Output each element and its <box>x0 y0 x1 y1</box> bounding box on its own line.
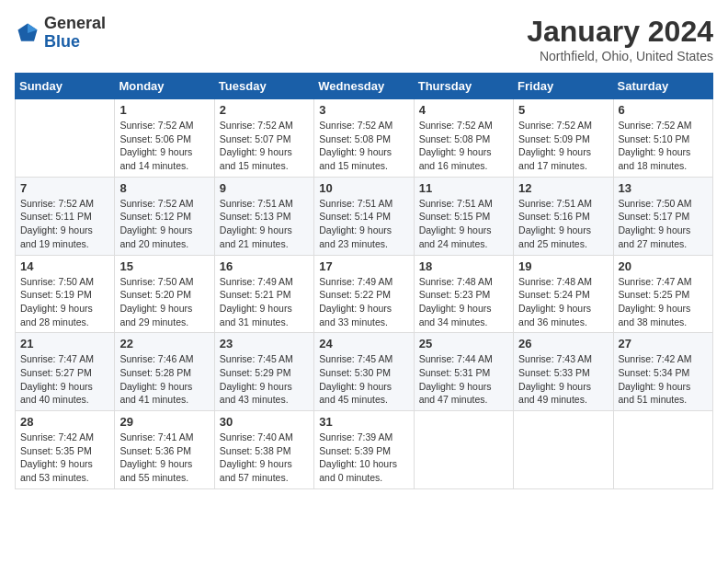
calendar-cell: 12Sunrise: 7:51 AMSunset: 5:16 PMDayligh… <box>514 177 613 255</box>
day-info: Sunrise: 7:52 AMSunset: 5:11 PMDaylight:… <box>20 197 109 251</box>
calendar-cell: 6Sunrise: 7:52 AMSunset: 5:10 PMDaylight… <box>613 99 712 178</box>
day-number: 29 <box>119 415 209 429</box>
logo-blue: Blue <box>44 33 106 52</box>
day-number: 24 <box>319 337 408 350</box>
day-number: 20 <box>619 259 708 273</box>
day-number: 18 <box>419 259 508 273</box>
month-title: January 2024 <box>527 15 713 49</box>
calendar-cell: 8Sunrise: 7:52 AMSunset: 5:12 PMDaylight… <box>115 177 214 255</box>
weekday-header-wednesday: Wednesday <box>314 74 414 99</box>
day-info: Sunrise: 7:52 AMSunset: 5:08 PMDaylight:… <box>319 119 408 173</box>
weekday-header-friday: Friday <box>514 74 613 99</box>
day-info: Sunrise: 7:49 AMSunset: 5:22 PMDaylight:… <box>319 275 408 329</box>
day-info: Sunrise: 7:50 AMSunset: 5:19 PMDaylight:… <box>20 275 109 329</box>
day-number: 13 <box>619 181 708 195</box>
day-number: 5 <box>518 103 608 117</box>
day-info: Sunrise: 7:52 AMSunset: 5:07 PMDaylight:… <box>220 119 309 173</box>
calendar-cell: 20Sunrise: 7:47 AMSunset: 5:25 PMDayligh… <box>613 255 712 333</box>
calendar-cell: 14Sunrise: 7:50 AMSunset: 5:19 PMDayligh… <box>16 255 115 333</box>
day-number: 19 <box>518 259 608 273</box>
calendar-cell <box>514 411 613 489</box>
day-info: Sunrise: 7:43 AMSunset: 5:33 PMDaylight:… <box>518 352 608 407</box>
calendar-cell: 17Sunrise: 7:49 AMSunset: 5:22 PMDayligh… <box>314 255 414 333</box>
weekday-header-thursday: Thursday <box>414 74 513 99</box>
day-info: Sunrise: 7:50 AMSunset: 5:17 PMDaylight:… <box>619 197 708 251</box>
weekday-header-row: SundayMondayTuesdayWednesdayThursdayFrid… <box>16 74 713 99</box>
day-info: Sunrise: 7:52 AMSunset: 5:10 PMDaylight:… <box>619 119 708 173</box>
page-header: General Blue January 2024 Northfield, Oh… <box>15 15 713 63</box>
day-info: Sunrise: 7:45 AMSunset: 5:30 PMDaylight:… <box>319 352 408 407</box>
day-number: 27 <box>619 337 708 350</box>
day-info: Sunrise: 7:42 AMSunset: 5:35 PMDaylight:… <box>20 431 109 485</box>
calendar-week-row: 1Sunrise: 7:52 AMSunset: 5:06 PMDaylight… <box>16 99 713 178</box>
calendar-cell: 11Sunrise: 7:51 AMSunset: 5:15 PMDayligh… <box>414 177 513 255</box>
calendar-cell: 28Sunrise: 7:42 AMSunset: 5:35 PMDayligh… <box>16 411 115 489</box>
calendar-cell: 30Sunrise: 7:40 AMSunset: 5:38 PMDayligh… <box>214 411 313 489</box>
calendar-cell: 13Sunrise: 7:50 AMSunset: 5:17 PMDayligh… <box>613 177 712 255</box>
day-number: 12 <box>518 181 608 195</box>
calendar-cell: 26Sunrise: 7:43 AMSunset: 5:33 PMDayligh… <box>514 333 613 411</box>
calendar-cell: 16Sunrise: 7:49 AMSunset: 5:21 PMDayligh… <box>214 255 313 333</box>
day-number: 9 <box>220 181 309 195</box>
calendar-cell: 9Sunrise: 7:51 AMSunset: 5:13 PMDaylight… <box>214 177 313 255</box>
day-number: 1 <box>119 103 209 117</box>
day-number: 7 <box>20 181 109 195</box>
day-info: Sunrise: 7:52 AMSunset: 5:06 PMDaylight:… <box>119 119 209 173</box>
day-info: Sunrise: 7:48 AMSunset: 5:23 PMDaylight:… <box>419 275 508 329</box>
calendar-cell: 4Sunrise: 7:52 AMSunset: 5:08 PMDaylight… <box>414 99 513 178</box>
calendar-cell: 27Sunrise: 7:42 AMSunset: 5:34 PMDayligh… <box>613 333 712 411</box>
day-info: Sunrise: 7:51 AMSunset: 5:13 PMDaylight:… <box>220 197 309 251</box>
day-number: 3 <box>319 103 408 117</box>
calendar-table: SundayMondayTuesdayWednesdayThursdayFrid… <box>15 73 713 489</box>
calendar-week-row: 7Sunrise: 7:52 AMSunset: 5:11 PMDaylight… <box>16 177 713 255</box>
calendar-cell: 19Sunrise: 7:48 AMSunset: 5:24 PMDayligh… <box>514 255 613 333</box>
day-number: 14 <box>20 259 109 273</box>
day-number: 15 <box>119 259 209 273</box>
calendar-cell: 23Sunrise: 7:45 AMSunset: 5:29 PMDayligh… <box>214 333 313 411</box>
calendar-cell: 7Sunrise: 7:52 AMSunset: 5:11 PMDaylight… <box>16 177 115 255</box>
day-number: 31 <box>319 415 408 429</box>
calendar-cell: 3Sunrise: 7:52 AMSunset: 5:08 PMDaylight… <box>314 99 414 178</box>
calendar-week-row: 21Sunrise: 7:47 AMSunset: 5:27 PMDayligh… <box>16 333 713 411</box>
calendar-cell: 15Sunrise: 7:50 AMSunset: 5:20 PMDayligh… <box>115 255 214 333</box>
day-info: Sunrise: 7:41 AMSunset: 5:36 PMDaylight:… <box>119 431 209 485</box>
day-info: Sunrise: 7:44 AMSunset: 5:31 PMDaylight:… <box>419 352 508 407</box>
day-number: 4 <box>419 103 508 117</box>
day-number: 26 <box>518 337 608 350</box>
weekday-header-sunday: Sunday <box>16 74 115 99</box>
calendar-cell <box>16 99 115 178</box>
title-block: January 2024 Northfield, Ohio, United St… <box>527 15 713 63</box>
day-info: Sunrise: 7:46 AMSunset: 5:28 PMDaylight:… <box>119 352 209 407</box>
logo-icon <box>15 20 40 46</box>
day-number: 30 <box>220 415 309 429</box>
day-info: Sunrise: 7:52 AMSunset: 5:08 PMDaylight:… <box>419 119 508 173</box>
day-info: Sunrise: 7:51 AMSunset: 5:16 PMDaylight:… <box>518 197 608 251</box>
day-info: Sunrise: 7:48 AMSunset: 5:24 PMDaylight:… <box>518 275 608 329</box>
calendar-cell: 24Sunrise: 7:45 AMSunset: 5:30 PMDayligh… <box>314 333 414 411</box>
day-info: Sunrise: 7:47 AMSunset: 5:25 PMDaylight:… <box>619 275 708 329</box>
calendar-week-row: 28Sunrise: 7:42 AMSunset: 5:35 PMDayligh… <box>16 411 713 489</box>
weekday-header-saturday: Saturday <box>613 74 712 99</box>
day-info: Sunrise: 7:52 AMSunset: 5:09 PMDaylight:… <box>518 119 608 173</box>
day-number: 22 <box>119 337 209 350</box>
day-number: 21 <box>20 337 109 350</box>
location: Northfield, Ohio, United States <box>527 49 713 63</box>
day-number: 16 <box>220 259 309 273</box>
day-number: 23 <box>220 337 309 350</box>
day-info: Sunrise: 7:49 AMSunset: 5:21 PMDaylight:… <box>220 275 309 329</box>
day-info: Sunrise: 7:51 AMSunset: 5:15 PMDaylight:… <box>419 197 508 251</box>
calendar-cell: 10Sunrise: 7:51 AMSunset: 5:14 PMDayligh… <box>314 177 414 255</box>
day-info: Sunrise: 7:47 AMSunset: 5:27 PMDaylight:… <box>20 352 109 407</box>
day-number: 8 <box>119 181 209 195</box>
calendar-cell: 1Sunrise: 7:52 AMSunset: 5:06 PMDaylight… <box>115 99 214 178</box>
calendar-cell: 25Sunrise: 7:44 AMSunset: 5:31 PMDayligh… <box>414 333 513 411</box>
day-info: Sunrise: 7:51 AMSunset: 5:14 PMDaylight:… <box>319 197 408 251</box>
logo: General Blue <box>15 15 106 52</box>
calendar-cell: 31Sunrise: 7:39 AMSunset: 5:39 PMDayligh… <box>314 411 414 489</box>
calendar-cell: 22Sunrise: 7:46 AMSunset: 5:28 PMDayligh… <box>115 333 214 411</box>
day-info: Sunrise: 7:42 AMSunset: 5:34 PMDaylight:… <box>619 352 708 407</box>
day-number: 11 <box>419 181 508 195</box>
logo-general: General <box>44 15 106 33</box>
day-info: Sunrise: 7:50 AMSunset: 5:20 PMDaylight:… <box>119 275 209 329</box>
day-info: Sunrise: 7:40 AMSunset: 5:38 PMDaylight:… <box>220 431 309 485</box>
